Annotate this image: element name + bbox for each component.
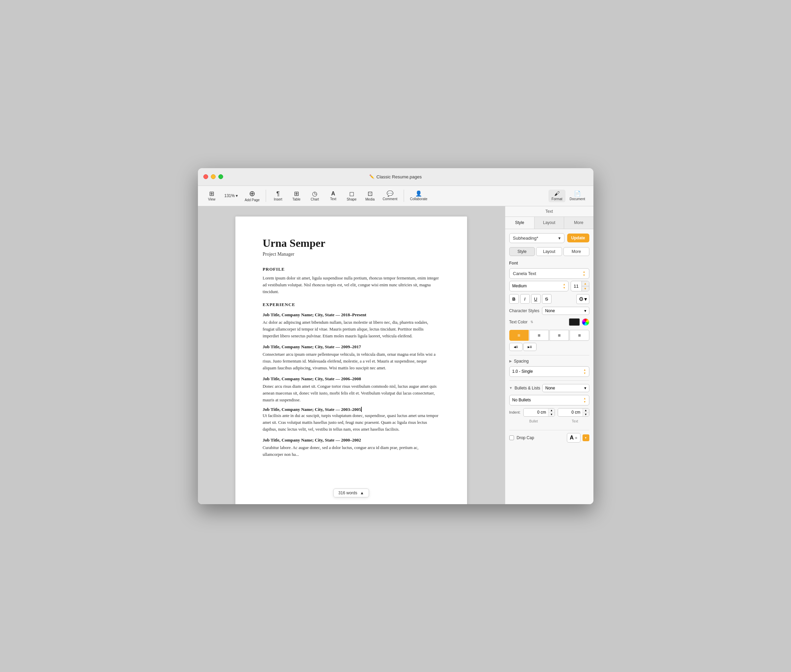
bullets-header: ▼ Bullets & Lists None ▾ [509,384,589,392]
font-family-selector[interactable]: Canela Text ▲ ▼ [509,268,589,279]
toolbar-media[interactable]: ⊡ Media [361,189,379,203]
font-size-control[interactable]: 11 ▲ ▼ [571,281,589,291]
align-left-button[interactable]: ≡ [509,330,529,341]
toolbar-document[interactable]: 📄 Document [567,190,588,202]
indent-fields-row: Indent: 0 cm ▲ ▼ 0 cm ▲ [509,408,589,417]
chevron-right-icon: ▶ [509,359,512,363]
view-label: View [208,197,216,201]
text-up[interactable]: ▲ [583,408,589,413]
text-sub-label: Text [561,419,589,423]
indent-row: ◂≡ ▸≡ [509,343,589,351]
character-styles-row: Character Styles None ▾ [509,307,589,315]
font-size-arrows[interactable]: ▲ ▼ [581,281,589,291]
toolbar-collaborate[interactable]: 👤 Collaborate [408,190,430,202]
job-title-4: Job Title, Company Name; City, State — 2… [263,407,362,412]
character-styles-selector[interactable]: None ▾ [542,307,589,315]
spacing-selector[interactable]: 1.0 - Single ▲ ▼ [509,366,589,377]
chart-label: Chart [311,197,319,201]
update-button[interactable]: Update [567,234,589,242]
text-down[interactable]: ▼ [583,413,589,416]
drop-cap-font-button[interactable]: A ≡ [567,433,581,443]
toolbar-view[interactable]: ⊞ View [203,189,220,203]
weight-down-arrow: ▼ [563,286,565,290]
bold-button[interactable]: B [509,294,519,304]
word-count-bar[interactable]: 316 words ▲ [333,488,369,498]
text-indent-arrows[interactable]: ▲ ▼ [582,408,589,416]
toolbar-divider-2 [404,190,404,202]
toolbar-table[interactable]: ⊞ Table [288,189,305,203]
right-panel: Text Style Layout More Subheading* [505,206,594,504]
minimize-button[interactable] [211,174,216,179]
toolbar-chart[interactable]: ◷ Chart [306,189,323,203]
text-indent-field[interactable]: 0 cm ▲ ▼ [558,408,589,417]
window-title: ✏️ Classic Resume.pages [369,174,422,179]
drop-cap-expand-button[interactable]: ▾ [582,434,589,441]
decrease-indent-button[interactable]: ◂≡ [509,343,523,351]
align-right-button[interactable]: ≡ [549,330,569,341]
tab-more[interactable]: More [564,217,594,229]
text-toolbar-icon: A [331,191,335,197]
underline-button[interactable]: U [531,294,541,304]
italic-button[interactable]: I [520,294,530,304]
toolbar-add-page[interactable]: ⊕ Add Page [242,189,262,203]
sub-tab-style[interactable]: Style [509,247,535,256]
document-icon: ✏️ [369,174,374,179]
style-selector[interactable]: Subheading* ▾ [509,233,565,243]
bullet-sub-label: Bullet [520,419,548,423]
toolbar-comment[interactable]: 💬 Comment [380,190,400,202]
align-justify-button[interactable]: ≡ [570,330,589,341]
spacing-header[interactable]: ▶ Spacing [509,359,589,363]
insert-icon: ¶ [276,190,280,197]
bullet-down[interactable]: ▼ [549,413,555,416]
tab-layout[interactable]: Layout [534,217,564,229]
document-label: Document [570,197,585,201]
tab-style[interactable]: Style [505,217,535,229]
drop-cap-font-label: ≡ [575,436,577,440]
panel-header: Text [505,206,594,217]
font-size-up[interactable]: ▲ [582,281,589,286]
media-label: Media [366,197,375,201]
bullet-indent-arrows[interactable]: ▲ ▼ [548,408,555,416]
document-page: Urna Semper Project Manager PROFILE Lore… [235,216,467,504]
doc-person-subtitle: Project Manager [263,251,440,257]
strikethrough-button[interactable]: S [542,294,552,304]
no-bullets-selector[interactable]: No Bullets ▲ ▼ [509,395,589,405]
bullets-section: ▼ Bullets & Lists None ▾ No Bullets ▲ ▼ [509,380,589,430]
toolbar-zoom[interactable]: 131% ▾ [222,192,241,200]
table-icon: ⊞ [294,190,299,197]
drop-cap-label: Drop Cap [517,435,534,440]
job-body-1: Ac dolor ac adipiscing amet bibendum nul… [263,319,440,339]
job-title-1: Job Title, Company Name; City, State — 2… [263,312,440,318]
sub-tab-more[interactable]: More [563,247,589,256]
spacing-up: ▲ [584,368,586,371]
drop-cap-checkbox[interactable] [509,435,514,440]
close-button[interactable] [203,174,208,179]
font-extra-controls[interactable]: ⚙ ▾ [576,294,589,304]
panel-tabs: Style Layout More [505,217,594,229]
down-icon: ▼ [584,287,587,290]
toolbar-format[interactable]: 🖌 Format [549,190,565,202]
font-up-arrow: ▲ [583,270,586,274]
align-center-button[interactable]: ≡ [529,330,549,341]
color-swatch[interactable] [569,318,580,326]
bullet-indent-field[interactable]: 0 cm ▲ ▼ [523,408,555,417]
media-icon: ⊡ [367,190,373,197]
document-area[interactable]: Urna Semper Project Manager PROFILE Lore… [198,206,505,504]
font-size-down[interactable]: ▼ [582,286,589,291]
color-wheel-button[interactable] [582,318,589,326]
comment-label: Comment [383,197,397,201]
increase-indent-button[interactable]: ▸≡ [523,343,536,351]
collaborate-label: Collaborate [410,197,428,201]
sub-tab-layout[interactable]: Layout [536,247,562,256]
bullet-up[interactable]: ▲ [549,408,555,413]
text-color-controls [569,318,589,326]
font-down-arrow: ▼ [583,274,586,277]
maximize-button[interactable] [218,174,223,179]
add-page-label: Add Page [245,198,260,202]
toolbar-insert[interactable]: ¶ Insert [270,189,287,203]
toolbar-text[interactable]: A Text [325,190,342,202]
font-weight-selector[interactable]: Medium ▲ ▼ [509,281,569,291]
font-controls: Medium ▲ ▼ 11 ▲ ▼ [509,281,589,291]
bullets-type-selector[interactable]: None ▾ [542,384,589,392]
toolbar-shape[interactable]: ◻ Shape [343,189,360,203]
